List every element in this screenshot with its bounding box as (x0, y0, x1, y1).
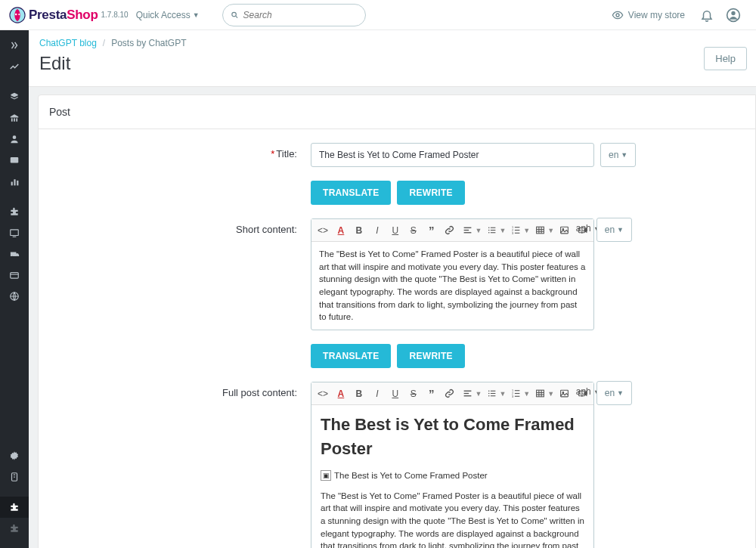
image-icon-2[interactable] (556, 385, 572, 402)
bullet-list-icon-2[interactable] (484, 385, 500, 402)
svg-rect-36 (515, 227, 520, 228)
sidebar-orders[interactable] (0, 86, 29, 107)
bullet-caret[interactable]: ▼ (499, 227, 506, 234)
logo[interactable]: PrestaShop (9, 7, 98, 23)
svg-rect-37 (515, 230, 520, 231)
svg-point-8 (13, 135, 17, 139)
align-caret-2[interactable]: ▼ (476, 390, 482, 398)
svg-rect-13 (11, 230, 19, 236)
lang-selector-title[interactable]: en▼ (600, 143, 636, 167)
full-content-body[interactable]: The Best is Yet to Come Framed Poster ▣ … (311, 405, 593, 548)
number-caret-2[interactable]: ▼ (523, 390, 530, 398)
sidebar-design[interactable] (0, 222, 29, 243)
short-content-text[interactable]: The "Best is Yet to Come" Framed Poster … (311, 242, 593, 330)
sidebar-modules[interactable] (0, 201, 29, 222)
title-row: *Title: en▼ (39, 143, 755, 167)
search-box[interactable] (222, 4, 366, 26)
underline-icon[interactable]: U (387, 222, 404, 239)
title-actions: TRANSLATE REWRITE (39, 181, 755, 205)
sidebar-advanced[interactable] (0, 466, 29, 488)
translate-button-2[interactable]: TRANSLATE (311, 344, 391, 368)
svg-rect-63 (536, 390, 544, 397)
view-store-link[interactable]: View my store (612, 9, 685, 21)
full-content-row: Full post content: <> A B I U S (39, 382, 755, 548)
text-color-icon-2[interactable]: A (333, 385, 349, 402)
align-caret[interactable]: ▼ (476, 227, 482, 234)
table-caret-2[interactable]: ▼ (547, 390, 554, 398)
sidebar-payment[interactable] (0, 265, 29, 286)
sidebar-dashboard[interactable] (0, 56, 29, 77)
link-icon[interactable] (442, 222, 458, 239)
full-content-label: Full post content: (39, 382, 311, 548)
lang-selector-full[interactable]: en▼ (596, 381, 632, 405)
strike-icon-2[interactable]: S (405, 385, 422, 402)
table-caret[interactable]: ▼ (547, 227, 554, 234)
number-list-icon[interactable]: 123 (507, 222, 524, 239)
sidebar-shipping[interactable] (0, 243, 29, 265)
strike-icon[interactable]: S (405, 222, 422, 239)
breadcrumb: ChatGPT blog / Posts by ChatGPT (39, 38, 745, 48)
svg-rect-38 (515, 233, 520, 234)
page-title: Edit (39, 53, 745, 74)
bullet-caret-2[interactable]: ▼ (499, 390, 506, 398)
sidebar-catalog[interactable] (0, 107, 29, 128)
sidebar-international[interactable] (0, 286, 29, 307)
translate-button-1[interactable]: TRANSLATE (311, 181, 391, 205)
bold-icon[interactable]: B (351, 222, 367, 239)
rewrite-button-1[interactable]: REWRITE (397, 181, 464, 205)
profile-icon[interactable] (726, 8, 741, 23)
italic-icon-2[interactable]: I (369, 385, 386, 402)
panel-header: Post (39, 95, 755, 129)
sidebar-configure[interactable] (0, 445, 29, 466)
broken-image-icon: ▣ (321, 470, 331, 481)
table-icon-2[interactable] (531, 385, 548, 402)
title-input[interactable] (311, 143, 594, 167)
svg-point-1 (15, 13, 17, 15)
text-color-icon[interactable]: A (333, 222, 349, 239)
svg-point-16 (16, 255, 17, 257)
underline-icon-2[interactable]: U (387, 385, 404, 402)
eye-icon (612, 9, 624, 21)
number-caret[interactable]: ▼ (523, 227, 530, 234)
rewrite-button-2[interactable]: REWRITE (397, 344, 464, 368)
italic-icon[interactable]: I (369, 222, 386, 239)
sidebar-extra[interactable] (0, 518, 29, 539)
search-input[interactable] (243, 10, 358, 20)
align-icon[interactable] (460, 222, 476, 239)
svg-point-23 (14, 477, 15, 478)
search-icon (231, 10, 239, 20)
source-code-icon[interactable]: <> (314, 222, 331, 239)
notifications-icon[interactable] (700, 8, 714, 22)
editor-toolbar-1: <> A B I U S ” ▼ ▼ (311, 219, 593, 242)
short-content-label: Short content: (39, 218, 311, 330)
sidebar (0, 30, 29, 548)
blockquote-icon[interactable]: ” (423, 222, 440, 239)
svg-rect-56 (491, 395, 496, 396)
lang-selector-short[interactable]: en▼ (596, 218, 632, 242)
svg-point-7 (731, 11, 735, 14)
prestashop-icon (9, 7, 26, 23)
source-code-icon-2[interactable]: <> (314, 385, 331, 402)
blockquote-icon-2[interactable]: ” (423, 385, 440, 402)
bullet-list-icon[interactable] (484, 222, 500, 239)
help-button[interactable]: Help (704, 47, 747, 70)
table-icon[interactable] (531, 222, 548, 239)
link-icon-2[interactable] (442, 385, 458, 402)
sidebar-customer-service[interactable] (0, 150, 29, 171)
sidebar-blog-active[interactable] (0, 497, 29, 518)
sidebar-expand[interactable] (0, 35, 29, 56)
post-panel: Post *Title: en▼ TRANSLATE REWRITE (38, 94, 756, 548)
full-heading: The Best is Yet to Come Framed Poster (321, 413, 584, 461)
svg-rect-61 (515, 393, 520, 394)
svg-line-4 (235, 16, 237, 17)
svg-text:3: 3 (512, 395, 513, 398)
align-icon-2[interactable] (460, 385, 476, 402)
number-list-icon-2[interactable]: 123 (507, 385, 524, 402)
sidebar-stats[interactable] (0, 171, 29, 192)
bold-icon-2[interactable]: B (351, 385, 367, 402)
breadcrumb-link-1[interactable]: ChatGPT blog (39, 38, 97, 48)
breadcrumb-current: Posts by ChatGPT (111, 38, 186, 48)
sidebar-customers[interactable] (0, 128, 29, 150)
image-icon[interactable] (556, 222, 572, 239)
quick-access-menu[interactable]: Quick Access▼ (136, 10, 200, 20)
